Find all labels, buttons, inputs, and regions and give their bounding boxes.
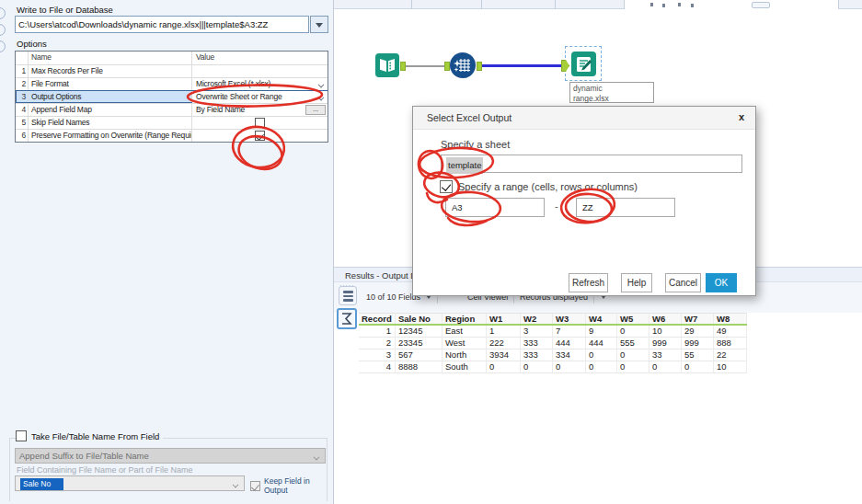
ellipsis-button[interactable]: ... <box>305 105 326 115</box>
connection-blue-selected[interactable] <box>480 64 566 67</box>
field-containing-label: Field Containing File Name or Part of Fi… <box>17 465 193 475</box>
dropdown-chevron-icon <box>233 482 239 487</box>
range-separator: - <box>555 200 558 212</box>
active-workflow-tab[interactable] <box>624 0 839 9</box>
option-row-skip-field-names[interactable]: 5 Skip Field Names <box>16 116 328 129</box>
preserve-formatting-checkbox[interactable] <box>255 131 265 141</box>
panel-title: Write to File or Database <box>17 5 113 15</box>
output-anchor[interactable] <box>477 62 482 71</box>
take-file-name-row[interactable]: Take File/Table Name From Field <box>16 430 163 441</box>
input-data-icon <box>375 53 399 77</box>
option-row-output-options[interactable]: 3 Output Options Overwrite Sheet or Rang… <box>16 90 328 103</box>
dropdown-chevron-icon[interactable] <box>318 82 325 86</box>
results-data-grid: Record Sale No Region W1 W2 W3 W4 W5 W6 … <box>359 313 747 373</box>
alteryx-designer-window: Write to File or Database Options Name V… <box>0 0 862 504</box>
take-file-name-label: Take File/Table Name From Field <box>31 431 159 441</box>
keep-field-checkbox <box>250 481 260 491</box>
dropdown-chevron-icon <box>314 454 320 459</box>
option-row-append-field-map[interactable]: 4 Append Field Map By Field Name ... <box>16 103 328 116</box>
transform-tool[interactable] <box>450 52 476 78</box>
input-data-tool[interactable] <box>375 53 399 77</box>
tool-annotation-line2: range.xlsx <box>573 94 653 104</box>
option-row-max-records[interactable]: 1 Max Records Per File <box>16 64 328 77</box>
tool-annotation-box[interactable]: dynamic range.xlsx <box>569 82 654 103</box>
sheet-label: Specify a sheet <box>441 139 510 150</box>
output-data-config-panel: Write to File or Database Options Name V… <box>0 0 334 504</box>
specify-range-checkbox[interactable] <box>440 180 453 193</box>
data-view-tab-icon[interactable] <box>337 308 357 329</box>
field-name-selected-value: Sale No <box>20 478 63 490</box>
table-view-icon[interactable] <box>339 286 357 305</box>
transform-tool-icon <box>450 52 476 78</box>
panel-side-icon[interactable] <box>0 24 6 36</box>
dialog-title-text: Select Excel Output <box>427 112 511 123</box>
sheet-name-value: template <box>446 157 483 174</box>
dropdown-arrow-icon <box>316 23 323 28</box>
tab-strip-button[interactable] <box>752 2 770 8</box>
sheet-name-input[interactable]: template <box>441 155 742 173</box>
output-data-tool[interactable] <box>571 52 596 76</box>
select-excel-output-dialog: Select Excel Output x Specify a sheet te… <box>412 106 756 296</box>
help-button[interactable]: Help <box>621 273 652 292</box>
panel-side-icon[interactable] <box>0 40 6 52</box>
grid-row[interactable]: 3 567 North 3934 333 334 0 0 33 55 22 <box>359 349 747 361</box>
options-table: Name Value 1 Max Records Per File 2 File… <box>15 51 328 143</box>
grid-row[interactable]: 4 8888 South 0 0 0 0 0 0 0 10 <box>359 361 747 373</box>
grid-row[interactable]: 1 12345 East 1 3 7 9 0 10 29 49 <box>359 326 747 338</box>
close-icon[interactable]: x <box>739 111 744 122</box>
options-value-header: Value <box>192 52 328 64</box>
options-header-row: Name Value <box>16 52 328 64</box>
output-anchor[interactable] <box>400 62 406 71</box>
file-path-input[interactable] <box>15 16 309 33</box>
range-from-input[interactable] <box>445 198 545 217</box>
keep-field-row: Keep Field in Output <box>250 476 333 495</box>
connection-gray[interactable] <box>401 65 450 67</box>
panel-side-icon[interactable] <box>0 7 6 19</box>
cancel-button[interactable]: Cancel <box>665 273 701 292</box>
ok-button[interactable]: OK <box>706 273 737 292</box>
take-file-name-checkbox[interactable] <box>16 430 27 441</box>
grid-row[interactable]: 2 23345 West 222 333 444 444 555 999 999… <box>359 338 747 349</box>
dropdown-chevron-icon[interactable] <box>318 95 325 99</box>
range-checkbox-label: Specify a range (cells, rows or columns) <box>458 181 638 192</box>
output-data-icon <box>571 52 596 76</box>
option-row-file-format[interactable]: 2 File Format Microsoft Excel (*.xlsx) <box>16 77 328 90</box>
dialog-title-bar[interactable]: Select Excel Output x <box>413 107 755 130</box>
option-row-preserve-formatting[interactable]: 6 Preserve Formatting on Overwrite (Rang… <box>16 129 328 142</box>
field-name-dropdown: Sale No <box>15 475 245 491</box>
keep-field-label: Keep Field in Output <box>264 476 333 495</box>
options-name-header: Name <box>29 52 192 64</box>
refresh-button[interactable]: Refresh <box>569 273 608 292</box>
workflow-tab-strip <box>334 0 862 9</box>
range-to-input[interactable] <box>576 198 675 217</box>
grid-header-row: Record Sale No Region W1 W2 W3 W4 W5 W6 … <box>359 313 747 326</box>
tool-annotation-line1: dynamic <box>573 84 653 94</box>
file-path-dropdown-button[interactable] <box>310 16 328 33</box>
skip-field-names-checkbox[interactable] <box>255 118 265 128</box>
append-suffix-dropdown: Append Suffix to File/Table Name <box>15 448 326 464</box>
options-label: Options <box>17 39 47 49</box>
